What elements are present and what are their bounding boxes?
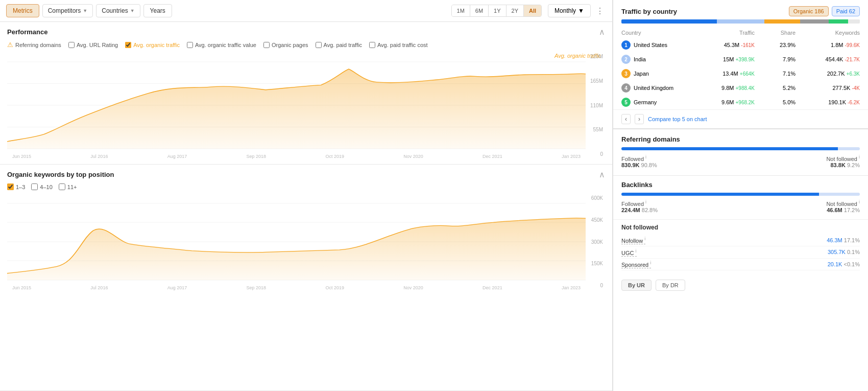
- sponsored-value: 20.1K: [828, 261, 842, 267]
- share-value: 5.0%: [763, 95, 804, 109]
- performance-y-axis: 220M 165M 110M 55M 0: [587, 52, 605, 159]
- ugc-label[interactable]: UGC i: [621, 250, 637, 257]
- filter-organic-traffic-value[interactable]: Avg. organic traffic value: [187, 42, 256, 48]
- col-keywords: Keywords: [804, 28, 868, 38]
- performance-title: Performance: [7, 28, 47, 36]
- traffic-delta: +398.9K: [735, 57, 755, 62]
- more-options-button[interactable]: ⋮: [594, 6, 606, 16]
- keywords-delta: +6.3K: [847, 71, 860, 77]
- not-followed-bar: [838, 147, 860, 150]
- filter-pos-1-3[interactable]: 1–3: [7, 183, 25, 190]
- country-rank: 4: [621, 83, 631, 93]
- country-bar-other: [848, 19, 860, 24]
- nofollow-pct: 17.1%: [844, 237, 860, 243]
- ugc-value: 305.7K: [828, 249, 846, 255]
- performance-x-axis: Jun 2015 Jul 2016 Aug 2017 Sep 2018 Oct …: [7, 154, 586, 159]
- nofollow-label[interactable]: Nofollow i: [621, 238, 645, 244]
- paid-badge: Paid 62: [832, 6, 860, 16]
- compare-chart-button[interactable]: Compare top 5 on chart: [648, 116, 707, 122]
- share-value: 7.1%: [763, 66, 804, 81]
- referring-domains-bar: [621, 147, 860, 150]
- bl-not-followed-pct: 17.2%: [844, 207, 860, 213]
- backlinks-bar: [621, 193, 860, 196]
- country-name: India: [634, 56, 646, 62]
- share-value: 23.9%: [763, 38, 804, 52]
- bl-followed-value: 224.4M: [621, 207, 640, 213]
- time-6m[interactable]: 6M: [470, 5, 489, 16]
- followed-pct: 90.8%: [641, 162, 657, 168]
- filter-pos-11plus[interactable]: 11+: [59, 183, 77, 190]
- chevron-down-icon: ▼: [83, 8, 87, 13]
- keywords-delta: -21.7K: [845, 57, 860, 62]
- next-arrow-button[interactable]: ›: [635, 114, 644, 124]
- keywords-value: 190.1K: [828, 99, 846, 105]
- time-2y[interactable]: 2Y: [507, 5, 524, 16]
- referring-domains-stats: Followed i 830.9K 90.8% Not followed i 8…: [621, 154, 860, 168]
- monthly-dropdown[interactable]: Monthly ▼: [548, 4, 591, 17]
- not-followed-label: Not followed i: [826, 156, 860, 162]
- right-panel: Traffic by country Organic 186 Paid 62 C…: [613, 0, 868, 391]
- bl-followed-label: Followed i: [621, 201, 646, 207]
- traffic-value: 45.3M: [724, 42, 740, 48]
- sponsored-label[interactable]: Sponsored i: [621, 262, 651, 268]
- filter-paid-traffic[interactable]: Avg. paid traffic: [316, 42, 362, 48]
- country-bar-japan: [764, 19, 800, 24]
- performance-chart: Avg. organic traffic 220M 165M 110M 55M …: [7, 52, 605, 159]
- not-followed-title: Not followed: [621, 224, 860, 231]
- country-rank: 5: [621, 98, 631, 107]
- keywords-value: 1.8M: [831, 42, 843, 48]
- by-buttons-row: By UR By DR: [613, 274, 868, 295]
- prev-arrow-button[interactable]: ‹: [621, 114, 631, 124]
- performance-chart-svg: [7, 62, 586, 149]
- keywords-delta: -4K: [852, 85, 860, 91]
- time-1y[interactable]: 1Y: [489, 5, 506, 16]
- performance-filters: ⚠ Referring domains Avg. URL Rating Avg.…: [7, 41, 605, 49]
- not-followed-value: 83.8K: [831, 162, 846, 168]
- filter-pos-4-10[interactable]: 4–10: [31, 183, 52, 190]
- competitors-dropdown[interactable]: Competitors ▼: [42, 4, 93, 17]
- bl-not-followed-label: Not followed i: [826, 201, 860, 207]
- traffic-delta: +968.2K: [735, 100, 755, 105]
- country-bar-germany: [829, 19, 848, 24]
- by-dr-button[interactable]: By DR: [656, 280, 685, 291]
- traffic-by-country: Traffic by country Organic 186 Paid 62 C…: [613, 0, 868, 128]
- filter-organic-pages[interactable]: Organic pages: [263, 42, 308, 48]
- filter-paid-traffic-cost[interactable]: Avg. paid traffic cost: [369, 42, 428, 48]
- country-name: United States: [634, 42, 667, 48]
- years-button[interactable]: Years: [143, 4, 172, 17]
- warning-icon: ⚠: [7, 41, 13, 49]
- time-all[interactable]: All: [524, 5, 541, 16]
- collapse-keywords-button[interactable]: ∧: [599, 170, 605, 179]
- filter-avg-organic-traffic[interactable]: Avg. organic traffic: [125, 42, 180, 48]
- collapse-performance-button[interactable]: ∧: [599, 27, 605, 37]
- traffic-value: 13.4M: [722, 71, 738, 77]
- followed-value: 830.9K: [621, 162, 639, 168]
- keywords-chart-svg: [7, 203, 586, 280]
- organic-keywords-title: Organic keywords by top position: [7, 171, 114, 178]
- country-bar-india: [717, 19, 764, 24]
- country-bar-us: [621, 19, 717, 24]
- keywords-value: 454.4K: [826, 56, 843, 62]
- country-rank: 1: [621, 40, 631, 50]
- filter-url-rating[interactable]: Avg. URL Rating: [68, 42, 118, 48]
- table-row: 3Japan 13.4M +664K 7.1% 202.7K +6.3K: [613, 66, 868, 81]
- keywords-value: 277.5K: [833, 85, 851, 91]
- traffic-value: 15M: [723, 56, 734, 62]
- by-ur-button[interactable]: By UR: [621, 280, 652, 291]
- metrics-button[interactable]: Metrics: [6, 4, 39, 17]
- time-1m[interactable]: 1M: [452, 5, 470, 16]
- traffic-delta: -161K: [741, 42, 755, 48]
- backlinks-stats: Followed i 224.4M 82.8% Not followed i 4…: [621, 200, 860, 214]
- backlinks-title: Backlinks: [621, 181, 860, 189]
- traffic-delta: +664K: [740, 71, 755, 77]
- country-rank: 3: [621, 69, 631, 78]
- ugc-pct: 0.1%: [847, 249, 860, 255]
- bl-not-followed-bar: [819, 193, 860, 196]
- bl-not-followed-value: 46.6M: [827, 207, 842, 213]
- table-row: 2India 15M +398.9K 7.9% 454.4K -21.7K: [613, 52, 868, 66]
- country-rank: 2: [621, 55, 631, 64]
- organic-keywords-section: Organic keywords by top position ∧ 1–3 4…: [0, 165, 612, 391]
- countries-dropdown[interactable]: Countries ▼: [96, 4, 140, 17]
- not-followed-section: Not followed Nofollow i 46.3M 17.1% UGC …: [613, 219, 868, 274]
- time-range-buttons: 1M 6M 1Y 2Y All: [451, 5, 542, 17]
